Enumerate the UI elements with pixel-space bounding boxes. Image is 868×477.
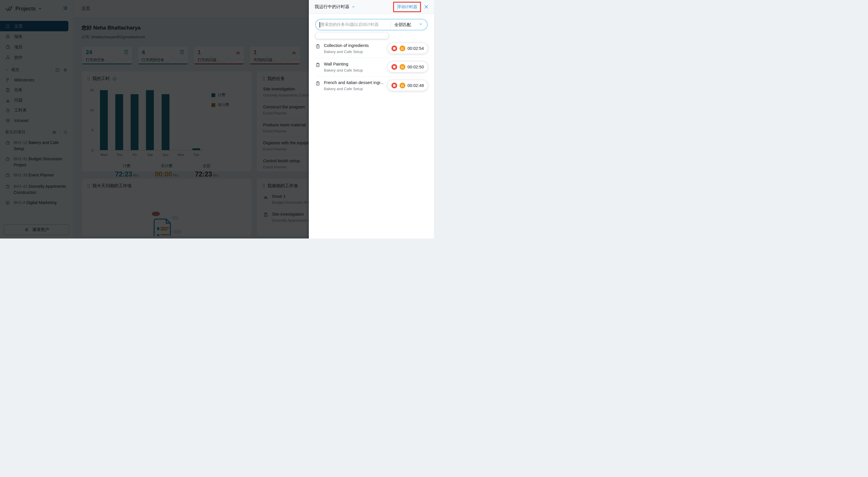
search-suggestions-popover [316, 32, 388, 39]
timer-task-title[interactable]: French and italian dessert ingr... [324, 80, 385, 85]
timer-task-title[interactable]: Collection of ingredients [324, 43, 385, 48]
close-icon[interactable] [424, 4, 429, 9]
match-mode-selector[interactable]: 全部匹配 [394, 22, 411, 28]
tasks-clipboard-icon [315, 44, 320, 50]
timer-pill: 00:02:54 [388, 43, 428, 54]
pause-icon[interactable] [400, 83, 405, 88]
running-timers-list: Collection of ingredients Bakery and Caf… [315, 39, 428, 95]
timer-row: Collection of ingredients Bakery and Caf… [315, 39, 428, 58]
timer-row: Wall Painting Bakery and Cafe Setup 00:0… [315, 58, 428, 77]
running-timers-panel: 我运行中的计时器 浮动计时器 搜索您的任务/问题以启动计时器 全部匹配 [309, 0, 434, 239]
floating-timer-button[interactable]: 浮动计时器 [397, 4, 417, 9]
timer-search-input[interactable]: 搜索您的任务/问题以启动计时器 全部匹配 [315, 19, 428, 30]
timer-elapsed-time: 00:02:48 [408, 83, 424, 88]
tasks-clipboard-icon [315, 81, 320, 87]
pause-icon[interactable] [400, 46, 405, 51]
timer-project-name: Bakery and Cafe Setup [324, 68, 385, 72]
zoho-projects-app: Projects 主页 报表 [0, 0, 434, 239]
timer-pill: 00:02:48 [388, 80, 428, 91]
tasks-clipboard-icon [315, 62, 320, 69]
timer-task-title[interactable]: Wall Painting [324, 62, 385, 66]
dim-overlay [0, 0, 309, 239]
timer-elapsed-time: 00:02:54 [408, 46, 424, 51]
search-placeholder: 搜索您的任务/问题以启动计时器 [321, 22, 389, 27]
panel-header: 我运行中的计时器 浮动计时器 [309, 0, 434, 14]
annotation-highlight-box: 浮动计时器 [393, 2, 421, 12]
stop-icon[interactable] [392, 83, 397, 88]
panel-title: 我运行中的计时器 [315, 4, 349, 9]
divider [391, 22, 391, 28]
chevron-down-icon[interactable] [351, 5, 355, 9]
text-cursor [319, 22, 320, 28]
timer-elapsed-time: 00:02:50 [408, 65, 424, 69]
timer-project-name: Bakery and Cafe Setup [324, 87, 385, 91]
stop-icon[interactable] [392, 64, 397, 70]
timer-project-name: Bakery and Cafe Setup [324, 50, 385, 54]
pause-icon[interactable] [400, 64, 405, 70]
timer-row: French and italian dessert ingr... Baker… [315, 77, 428, 95]
timer-pill: 00:02:50 [388, 62, 428, 72]
chevron-down-icon[interactable] [418, 22, 423, 27]
stop-icon[interactable] [392, 46, 397, 51]
